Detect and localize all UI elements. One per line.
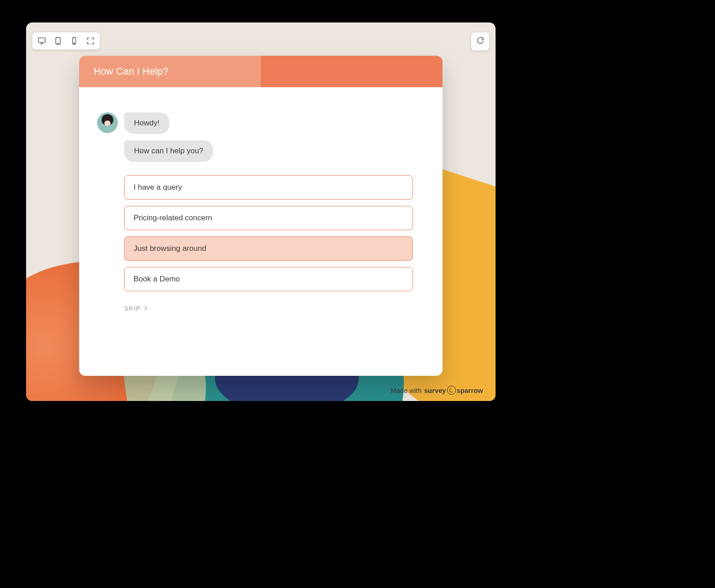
tablet-icon[interactable] bbox=[53, 36, 63, 46]
chevron-right-icon bbox=[143, 305, 148, 312]
mobile-icon[interactable] bbox=[69, 36, 79, 46]
svg-rect-0 bbox=[39, 38, 45, 42]
brand-word-a: survey bbox=[424, 387, 446, 394]
reload-button[interactable] bbox=[471, 32, 489, 50]
brand-word-b: sparrow bbox=[457, 387, 483, 394]
option-browsing[interactable]: Just browsing around bbox=[124, 236, 413, 261]
option-list: I have a query Pricing-related concern J… bbox=[124, 175, 413, 291]
survey-header: How Can I Help? bbox=[79, 56, 442, 87]
survey-card: How Can I Help? Howdy! How can I help yo… bbox=[79, 56, 442, 376]
survey-title: How Can I Help? bbox=[94, 66, 168, 77]
branding-prefix: Made with bbox=[391, 387, 421, 394]
device-preview-toolbar bbox=[32, 32, 100, 49]
svg-point-4 bbox=[74, 43, 74, 44]
chat-bubble-2: How can I help you? bbox=[124, 140, 213, 162]
reload-icon bbox=[476, 36, 485, 47]
option-pricing[interactable]: Pricing-related concern bbox=[124, 206, 413, 230]
avatar bbox=[97, 112, 118, 133]
skip-button[interactable]: SKIP bbox=[124, 305, 148, 312]
brand-logo[interactable]: survey sparrow bbox=[424, 386, 483, 395]
option-demo[interactable]: Book a Demo bbox=[124, 267, 413, 291]
svg-point-2 bbox=[58, 43, 58, 44]
fullscreen-icon[interactable] bbox=[85, 36, 95, 46]
skip-label: SKIP bbox=[124, 305, 141, 312]
preview-window: How Can I Help? Howdy! How can I help yo… bbox=[26, 22, 496, 401]
option-query[interactable]: I have a query bbox=[124, 175, 413, 200]
desktop-icon[interactable] bbox=[37, 36, 47, 46]
chat-bubble-1: Howdy! bbox=[124, 112, 170, 134]
branding-footer: Made with survey sparrow bbox=[391, 386, 483, 395]
sparrow-icon bbox=[447, 386, 456, 395]
